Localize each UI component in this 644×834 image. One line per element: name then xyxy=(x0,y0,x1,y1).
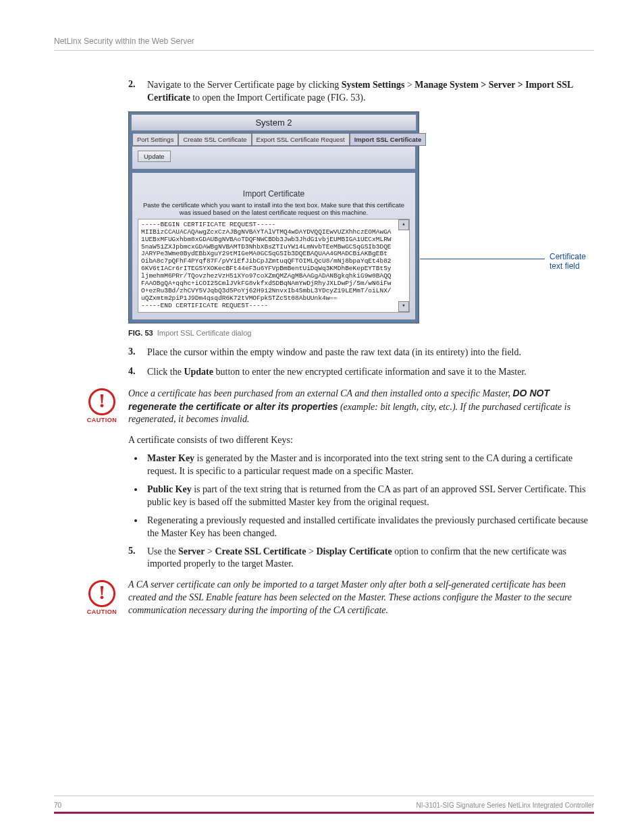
caution-icon: ! CAUTION xyxy=(85,577,119,617)
step-2-bold-a: System Settings xyxy=(342,80,405,90)
step-5-gt-a: > xyxy=(205,546,215,556)
step-4-num: 4. xyxy=(128,366,147,379)
caution-label: CAUTION xyxy=(85,608,119,615)
key-master: Master Key is generated by the Master an… xyxy=(144,452,601,478)
callout-leader-line xyxy=(420,259,545,259)
keys-intro: A certificate consists of two different … xyxy=(128,434,601,447)
step-4-text-b: button to enter the new encrypted certif… xyxy=(213,367,527,377)
caution-1: ! CAUTION Once a certificate has been pu… xyxy=(85,386,601,427)
step-2-gt-a: > xyxy=(404,80,414,90)
key-public-text: is part of the text string that is retur… xyxy=(147,484,586,507)
import-certificate-heading: Import Certificate xyxy=(138,189,410,199)
step-5-gt-b: > xyxy=(306,546,316,556)
certificate-text-field[interactable]: -----BEGIN CERTIFICATE REQUEST----- MIIB… xyxy=(138,219,410,313)
page-footer: 70 NI-3101-SIG Signature Series NetLinx … xyxy=(54,796,594,814)
step-3-num: 3. xyxy=(128,346,147,359)
step-2-text-b: to open the Import Certificate page (FIG… xyxy=(190,93,366,103)
step-4-bold: Update xyxy=(184,367,213,377)
tab-port-settings[interactable]: Port Settings xyxy=(132,133,178,146)
key-master-text: is generated by the Master and is incorp… xyxy=(147,453,572,476)
page-number: 70 xyxy=(54,802,61,809)
caution-2-text: A CA server certificate can only be impo… xyxy=(128,577,601,617)
step-5-bold-c: Display Certificate xyxy=(316,546,392,556)
certificate-content: -----BEGIN CERTIFICATE REQUEST----- MIIB… xyxy=(141,221,392,309)
update-button[interactable]: Update xyxy=(138,151,171,162)
step-5-num: 5. xyxy=(128,546,147,571)
caution-label: CAUTION xyxy=(85,417,119,423)
step-3: 3. Place the cursor within the empty win… xyxy=(128,346,601,359)
step-2-num: 2. xyxy=(128,79,147,105)
caution-2: ! CAUTION A CA server certificate can on… xyxy=(85,577,601,617)
import-hint: Paste the certificate which you want to … xyxy=(138,201,410,216)
callout-label: Certificate text field xyxy=(549,252,601,271)
scroll-up-icon[interactable]: ▴ xyxy=(398,219,409,230)
step-5-text-a: Use the xyxy=(147,546,178,556)
caution-1-text-a: Once a certificate has been purchased fr… xyxy=(128,388,513,398)
key-regen-text: Regenerating a previously requested and … xyxy=(147,515,588,538)
step-5-bold-a: Server xyxy=(178,546,205,556)
window-title: System 2 xyxy=(131,114,417,131)
key-public-label: Public Key xyxy=(147,484,192,494)
step-2: 2. Navigate to the Server Certificate pa… xyxy=(128,79,601,105)
figure-caption-text: Import SSL Certificate dialog xyxy=(157,329,252,337)
tab-export-ssl[interactable]: Export SSL Certificate Request xyxy=(252,133,350,146)
figure-53: System 2 Port Settings Create SSL Certif… xyxy=(128,111,601,323)
figure-caption-label: FIG. 53 xyxy=(128,329,153,337)
step-4-text-a: Click the xyxy=(147,367,184,377)
key-public: Public Key is part of the text string th… xyxy=(144,484,601,509)
step-3-text: Place the cursor within the empty window… xyxy=(147,346,601,359)
running-header: NetLinx Security within the Web Server xyxy=(54,36,594,51)
scroll-down-icon[interactable]: ▾ xyxy=(398,301,409,312)
caution-icon: ! CAUTION xyxy=(85,386,119,427)
step-4: 4. Click the Update button to enter the … xyxy=(128,366,601,379)
step-5: 5. Use the Server > Create SSL Certifica… xyxy=(128,546,601,571)
step-5-bold-b: Create SSL Certificate xyxy=(215,546,306,556)
tab-import-ssl[interactable]: Import SSL Certificate xyxy=(350,133,427,146)
figure-caption: FIG. 53 Import SSL Certificate dialog xyxy=(128,329,601,337)
step-2-text-a: Navigate to the Server Certificate page … xyxy=(147,80,342,90)
key-regen-note: Regenerating a previously requested and … xyxy=(144,515,601,540)
tab-create-ssl[interactable]: Create SSL Certificate xyxy=(178,133,251,146)
key-master-label: Master Key xyxy=(147,453,194,463)
footer-title: NI-3101-SIG Signature Series NetLinx Int… xyxy=(417,802,594,809)
